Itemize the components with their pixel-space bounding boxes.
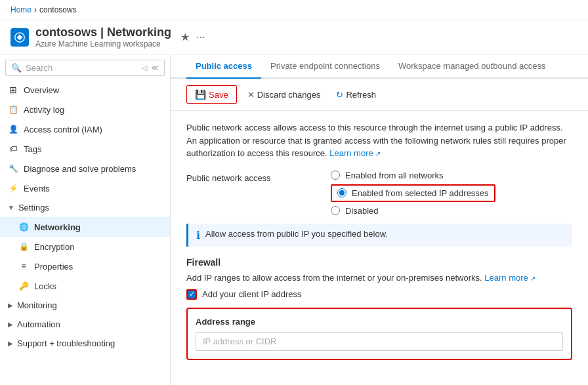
- properties-icon: ≡: [18, 261, 29, 272]
- radio-selected-ip: Enabled from selected IP addresses: [331, 184, 495, 202]
- address-range-title: Address range: [196, 317, 563, 327]
- breadcrumb-current: contosows: [39, 5, 77, 14]
- sidebar-item-encryption[interactable]: 🔒 Encryption: [0, 237, 170, 256]
- settings-group-label: Settings: [18, 203, 49, 213]
- tags-icon: 🏷: [8, 144, 18, 154]
- sidebar-item-label: Overview: [24, 85, 59, 95]
- automation-group-label: Automation: [17, 319, 60, 329]
- page-title: contosows | Networking: [35, 26, 171, 39]
- sidebar-item-label: Activity log: [24, 105, 64, 115]
- allow-info-box: ℹ Allow access from public IP you specif…: [186, 224, 572, 247]
- diagnose-icon: 🔧: [8, 163, 18, 174]
- expand-icon[interactable]: ≪: [151, 64, 159, 72]
- radio-disabled-label[interactable]: Disabled: [345, 206, 379, 216]
- more-options-button[interactable]: ···: [196, 31, 205, 43]
- collapse-icon[interactable]: ◁: [142, 64, 147, 72]
- sidebar-item-label: Tags: [24, 144, 41, 154]
- breadcrumb-home[interactable]: Home: [10, 5, 32, 14]
- sidebar-item-networking[interactable]: 🌐 Networking: [0, 217, 170, 237]
- radio-selected-ip-label[interactable]: Enabled from selected IP addresses: [352, 188, 489, 198]
- public-network-access-row: Public network access Enabled from all n…: [186, 171, 572, 216]
- search-icon: 🔍: [11, 63, 22, 73]
- page-subtitle: Azure Machine Learning workspace: [35, 39, 171, 49]
- radio-all-networks-input[interactable]: [331, 171, 340, 180]
- events-icon: ⚡: [8, 183, 18, 193]
- locks-icon: 🔑: [18, 281, 29, 291]
- radio-all-networks-label[interactable]: Enabled from all networks: [345, 171, 444, 180]
- allow-info-text: Allow access from public IP you specifie…: [205, 229, 388, 239]
- page-header: contosows | Networking Azure Machine Lea…: [35, 26, 171, 49]
- monitoring-group[interactable]: ▶ Monitoring: [0, 296, 170, 315]
- form-label: Public network access: [186, 171, 304, 183]
- settings-chevron-icon: ▼: [8, 204, 14, 211]
- tab-public-access[interactable]: Public access: [186, 54, 261, 79]
- sidebar-item-activity-log[interactable]: 📋 Activity log: [0, 100, 170, 119]
- address-range-input[interactable]: [196, 332, 563, 351]
- sidebar-item-label: Networking: [34, 222, 81, 232]
- sidebar-item-label: Properties: [34, 262, 73, 272]
- sidebar-item-label: Diagnose and solve problems: [24, 164, 136, 174]
- encryption-icon: 🔒: [18, 241, 29, 252]
- monitoring-group-label: Monitoring: [17, 300, 57, 310]
- support-group-label: Support + troubleshooting: [17, 338, 115, 348]
- client-ip-label[interactable]: Add your client IP address: [202, 289, 302, 299]
- refresh-button[interactable]: ↻ Refresh: [331, 87, 381, 103]
- sidebar-item-label: Events: [24, 184, 50, 193]
- sidebar-item-access-control[interactable]: 👤 Access control (IAM): [0, 119, 170, 139]
- tab-outbound[interactable]: Workspace managed outbound access: [389, 54, 555, 79]
- client-ip-row: ✓ Add your client IP address: [186, 289, 572, 300]
- sidebar-item-properties[interactable]: ≡ Properties: [0, 256, 170, 276]
- main-content: Public access Private endpoint connectio…: [171, 54, 588, 385]
- sidebar-item-events[interactable]: ⚡ Events: [0, 178, 170, 198]
- settings-group[interactable]: ▼ Settings: [0, 198, 170, 217]
- sidebar-item-diagnose[interactable]: 🔧 Diagnose and solve problems: [0, 159, 170, 178]
- automation-chevron-icon: ▶: [8, 321, 13, 328]
- info-section: Public network access allows access to t…: [171, 111, 588, 378]
- search-input[interactable]: [26, 63, 138, 73]
- firewall-desc: Add IP ranges to allow access from the i…: [186, 273, 572, 283]
- workspace-icon: [10, 28, 29, 47]
- info-paragraph: Public network access allows access to t…: [186, 121, 572, 160]
- sidebar-item-tags[interactable]: 🏷 Tags: [0, 139, 170, 159]
- sidebar-item-locks[interactable]: 🔑 Locks: [0, 276, 170, 296]
- save-button[interactable]: 💾 Save: [186, 85, 237, 104]
- external-link-icon-2: ↗: [530, 275, 536, 282]
- address-range-box: Address range: [186, 308, 572, 360]
- discard-button[interactable]: ✕ Discard changes: [242, 87, 326, 103]
- monitoring-chevron-icon: ▶: [8, 302, 13, 309]
- save-icon: 💾: [195, 89, 206, 100]
- sidebar-item-label: Access control (IAM): [24, 125, 102, 134]
- client-ip-checkbox[interactable]: ✓: [186, 289, 197, 300]
- learn-more-link-top[interactable]: Learn more ↗: [329, 148, 381, 158]
- discard-icon: ✕: [247, 90, 255, 100]
- breadcrumb: Home › contosows: [0, 0, 588, 20]
- activity-log-icon: 📋: [8, 104, 18, 115]
- radio-disabled-input[interactable]: [331, 206, 340, 215]
- support-chevron-icon: ▶: [8, 340, 13, 347]
- info-icon: ℹ: [196, 229, 200, 241]
- sidebar: 🔍 ◁ ≪ ⊞ Overview 📋 Activity log 👤 Access…: [0, 54, 171, 385]
- networking-icon: 🌐: [18, 222, 29, 232]
- access-control-icon: 👤: [8, 124, 18, 134]
- sidebar-item-label: Encryption: [34, 242, 74, 252]
- breadcrumb-separator: ›: [34, 5, 37, 14]
- toolbar: 💾 Save ✕ Discard changes ↻ Refresh: [171, 79, 588, 111]
- radio-disabled: Disabled: [331, 206, 495, 216]
- radio-all-networks: Enabled from all networks: [331, 171, 495, 180]
- radio-group: Enabled from all networks Enabled from s…: [331, 171, 495, 216]
- external-link-icon: ↗: [375, 150, 381, 157]
- firewall-title: Firewall: [186, 257, 572, 268]
- tab-bar: Public access Private endpoint connectio…: [171, 54, 588, 79]
- sidebar-item-label: Locks: [34, 281, 56, 291]
- favorite-button[interactable]: ★: [180, 31, 190, 43]
- search-container: 🔍 ◁ ≪: [5, 60, 165, 76]
- learn-more-link-firewall[interactable]: Learn more ↗: [484, 273, 536, 283]
- tab-private-endpoint[interactable]: Private endpoint connections: [261, 54, 389, 79]
- radio-selected-ip-input[interactable]: [337, 188, 346, 197]
- overview-icon: ⊞: [8, 85, 18, 95]
- automation-group[interactable]: ▶ Automation: [0, 315, 170, 334]
- support-group[interactable]: ▶ Support + troubleshooting: [0, 334, 170, 353]
- refresh-icon: ↻: [336, 90, 343, 100]
- sidebar-item-overview[interactable]: ⊞ Overview: [0, 80, 170, 100]
